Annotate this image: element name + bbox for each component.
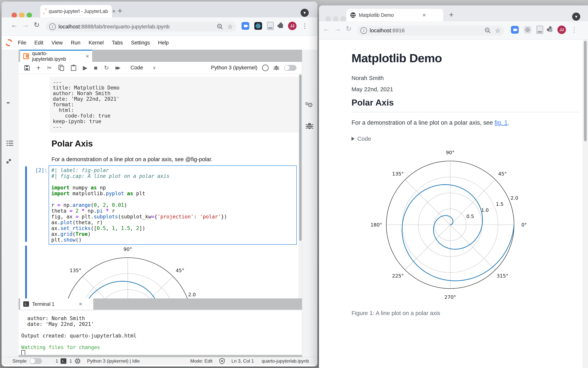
terminals-count: 1 [56, 358, 58, 364]
trust-shield-icon[interactable] [219, 358, 225, 364]
yaml-line: code-fold: true [53, 113, 298, 119]
downloads-icon[interactable]: ▾ [572, 13, 580, 21]
bookmark-icon[interactable]: ☆ [227, 23, 233, 30]
address-bar[interactable]: i localhost:6916 ☆ [357, 26, 504, 36]
property-inspector-icon[interactable]: ⚙⚙ [305, 101, 314, 107]
run-cell-icon[interactable]: ▶ [83, 65, 87, 71]
kernel-chip-icon[interactable] [75, 358, 80, 364]
close-window-button[interactable] [12, 13, 17, 18]
debugger-icon[interactable] [305, 121, 314, 130]
react-devtools-icon[interactable] [524, 26, 531, 34]
terminal-output[interactable]: author: Norah Smith date: 'May 22nd, 202… [19, 310, 302, 355]
simple-mode-toggle[interactable] [30, 358, 42, 364]
zoom-extension-icon[interactable] [241, 22, 249, 30]
notebook-tab-label: quarto-jupyterlab.ipynb [32, 51, 81, 62]
notebook-tab[interactable]: quarto-jupyterlab.ipynb × [20, 50, 92, 62]
notes-extension-icon[interactable] [267, 22, 274, 30]
markdown-heading: Polar Axis [51, 139, 93, 148]
forward-icon[interactable]: → [334, 25, 341, 33]
mode-indicator[interactable]: Mode: Edit [190, 358, 212, 364]
code-fold[interactable]: Code [351, 136, 371, 142]
zoom-window-button[interactable] [341, 17, 346, 22]
profile-avatar[interactable]: JJ [288, 22, 297, 30]
back-icon[interactable]: ← [11, 21, 18, 29]
close-notebook-tab-icon[interactable]: × [86, 53, 89, 59]
code-fold-summary[interactable]: Code [351, 136, 371, 142]
yaml-cell[interactable]: ---title: Matplotlib Demoauthor: Norah S… [50, 77, 301, 132]
reload-icon[interactable]: ↻ [346, 25, 351, 33]
dock-tab-bar: quarto-jupyterlab.ipynb × [19, 50, 302, 62]
notes-extension-icon[interactable] [537, 26, 543, 34]
menu-item-tabs[interactable]: Tabs [112, 40, 123, 46]
terminals-icon[interactable]: $_ [61, 358, 66, 364]
downloads-icon[interactable]: ▾ [301, 9, 309, 17]
notebook-scrollbar[interactable] [299, 74, 302, 300]
close-tab-icon[interactable]: × [112, 8, 116, 14]
code-line [51, 196, 294, 202]
save-icon[interactable] [24, 65, 30, 71]
new-tab-button[interactable]: + [449, 11, 453, 18]
r-tick-label: 1.5 [496, 201, 504, 207]
minimize-window-button[interactable] [333, 17, 338, 22]
terminal-line: Watching files for changes [21, 344, 302, 350]
react-devtools-icon[interactable] [254, 22, 262, 30]
bookmark-icon[interactable]: ☆ [495, 27, 501, 34]
page-scrollbar[interactable] [583, 40, 588, 368]
terminal-line [21, 339, 302, 344]
code-cell[interactable]: #| label: fig-polar#| fig.cap: A line pl… [48, 166, 297, 245]
browser-menu-icon[interactable]: ⋮ [301, 22, 308, 30]
kernel-name-button[interactable]: Python 3 (ipykernel) [211, 65, 257, 71]
menu-item-kernel[interactable]: Kernel [89, 40, 104, 46]
toolbar-toggle[interactable] [284, 65, 297, 71]
zoom-out-icon[interactable] [484, 27, 491, 34]
zoom-out-icon[interactable] [217, 23, 223, 30]
input-collapser[interactable] [25, 166, 27, 242]
insert-cell-icon[interactable]: + [36, 64, 40, 71]
browser-tab[interactable]: quarto-jupyterl - JupyterLab × [40, 5, 112, 17]
menu-item-help[interactable]: Help [158, 40, 169, 46]
debugger-toggle-icon[interactable] [273, 65, 280, 71]
site-info-icon[interactable]: i [49, 23, 56, 30]
yaml-line: --- [53, 79, 298, 85]
menu-item-settings[interactable]: Settings [131, 40, 150, 46]
notebook-toolbar: + ✂ ▶ ■ ↻ ▶▶ Code ∨ Python 3 (ipykernel) [19, 62, 302, 74]
restart-kernel-icon[interactable]: ↻ [104, 65, 109, 71]
zoom-extension-icon[interactable] [511, 26, 519, 34]
table-of-contents-icon[interactable] [7, 140, 14, 146]
kernel-status-text[interactable]: Python 3 (ipykernel) | Idle [87, 358, 140, 364]
back-icon[interactable]: ← [323, 25, 330, 33]
reload-icon[interactable]: ↻ [34, 21, 39, 29]
cell-type-select[interactable]: Code ∨ [130, 65, 156, 71]
extensions-puzzle-icon[interactable] [548, 28, 552, 32]
camera-icon [513, 29, 517, 31]
copy-cells-icon[interactable] [58, 65, 64, 71]
minimize-window-button[interactable] [19, 13, 24, 18]
new-tab-button[interactable]: + [118, 7, 122, 15]
menu-item-file[interactable]: File [18, 40, 26, 46]
restart-run-all-icon[interactable]: ▶▶ [116, 66, 119, 70]
figure-link[interactable]: fig. 1 [494, 119, 508, 126]
globe-favicon [350, 12, 356, 18]
close-window-button[interactable] [326, 17, 331, 22]
page-date: May 22nd, 2021 [351, 86, 393, 92]
yaml-line: author: Norah Smith [53, 91, 298, 96]
code-line: plt.show() [51, 237, 294, 243]
close-terminal-tab-icon[interactable]: × [79, 301, 82, 307]
terminal-tab[interactable]: $_ Terminal 1 × [20, 298, 93, 310]
close-tab-icon[interactable]: × [423, 12, 426, 18]
terminal-line: date: 'May 22nd, 2021' [21, 321, 302, 327]
browser-tab[interactable]: Matplotlib Demo × [347, 9, 443, 21]
site-info-icon[interactable]: i [360, 27, 367, 34]
zoom-window-button[interactable] [27, 13, 32, 18]
stop-kernel-icon[interactable]: ■ [94, 65, 97, 71]
profile-avatar[interactable]: JJ [558, 26, 566, 34]
forward-icon[interactable]: → [22, 21, 29, 29]
cut-cells-icon[interactable]: ✂ [47, 65, 52, 71]
extensions-puzzle-icon[interactable] [279, 24, 283, 28]
browser-menu-icon[interactable]: ⋮ [571, 26, 578, 34]
menu-item-edit[interactable]: Edit [34, 40, 44, 46]
address-bar[interactable]: i localhost:8888/lab/tree/quarto-jupyter… [46, 22, 236, 32]
menu-item-view[interactable]: View [51, 40, 63, 46]
menu-item-run[interactable]: Run [71, 40, 80, 46]
paste-cells-icon[interactable] [71, 65, 76, 71]
